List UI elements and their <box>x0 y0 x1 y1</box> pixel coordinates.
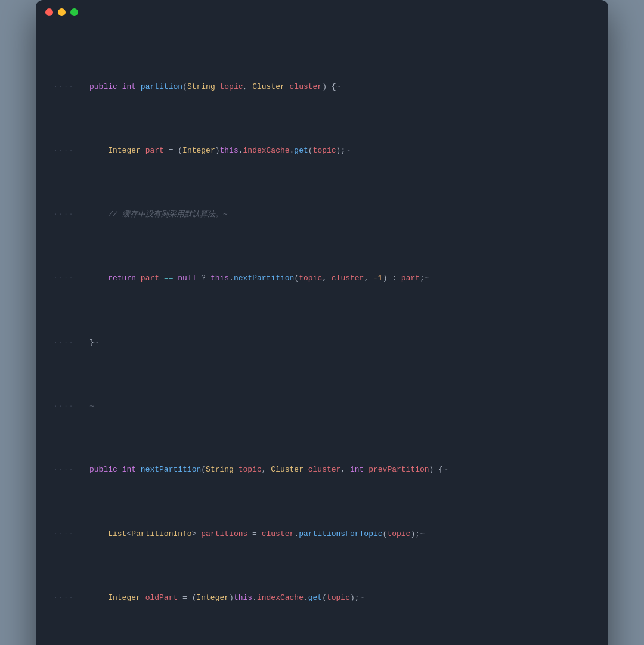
minimize-button[interactable] <box>58 8 66 16</box>
code-line: ···· public int nextPartition(String top… <box>36 463 608 476</box>
title-bar <box>36 0 608 24</box>
code-line: ···· public int partition(String topic, … <box>36 80 608 93</box>
code-line: ···· }~ <box>36 336 608 349</box>
code-line: ···· // 缓存中没有则采用默认算法。~ <box>36 208 608 221</box>
code-line: ···· List<PartitionInfo> partitions = cl… <box>36 528 608 540</box>
code-editor-window: ···· public int partition(String topic, … <box>36 0 608 645</box>
code-line: ···· Integer oldPart = (Integer)this.ind… <box>36 591 608 604</box>
maximize-button[interactable] <box>70 8 78 16</box>
code-line: ···· Integer part = (Integer)this.indexC… <box>36 144 608 157</box>
code-line: ···· ~ <box>36 400 608 413</box>
code-line: ···· return part == null ? this.nextPart… <box>36 272 608 284</box>
code-content: ···· public int partition(String topic, … <box>36 24 608 645</box>
close-button[interactable] <box>45 8 53 16</box>
